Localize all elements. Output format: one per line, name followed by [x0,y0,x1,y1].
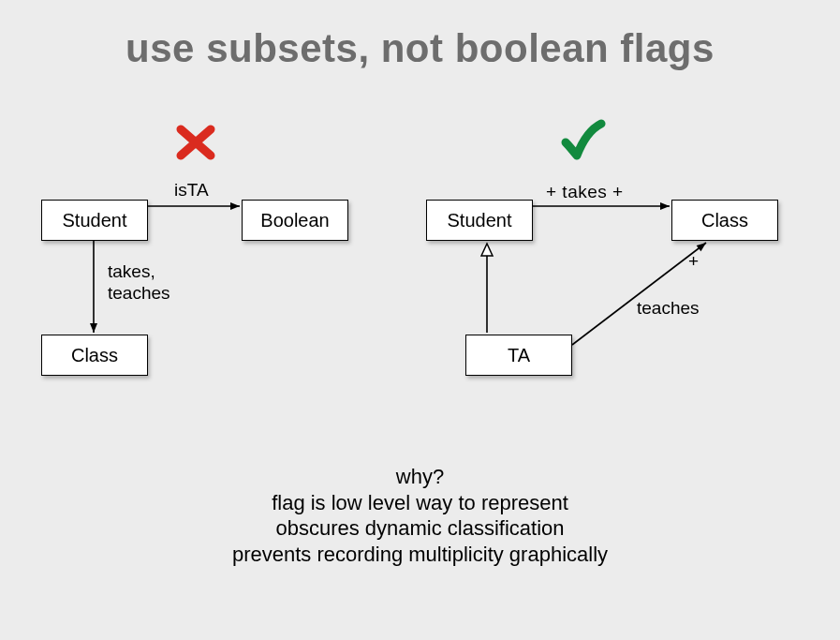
check-icon [560,118,607,165]
box-label: Student [63,210,127,231]
left-student-box: Student [41,200,148,241]
footer-line-3: obscures dynamic classification [0,515,840,542]
slide: use subsets, not boolean flags Student B… [0,0,840,640]
label-ista: isTA [174,180,209,201]
footer-line-1: why? [0,464,840,490]
label-plus: + [688,251,699,273]
svg-line-4 [572,243,706,345]
cross-icon [175,122,216,163]
right-student-box: Student [426,200,533,241]
slide-title: use subsets, not boolean flags [0,26,840,71]
box-label: Boolean [260,210,329,231]
left-boolean-box: Boolean [242,200,348,241]
box-label: TA [508,345,530,366]
box-label: Student [448,210,512,231]
footer-text: why? flag is low level way to represent … [0,464,840,567]
label-teaches: teaches [637,298,700,320]
right-class-box: Class [671,200,778,241]
footer-line-4: prevents recording multiplicity graphica… [0,542,840,568]
label-takes-teaches: takes, teaches [108,261,170,305]
right-ta-box: TA [465,335,572,376]
left-class-box: Class [41,335,148,376]
box-label: Class [71,345,118,366]
box-label: Class [701,210,748,231]
label-takes: + takes + [546,182,624,203]
footer-line-2: flag is low level way to represent [0,490,840,516]
